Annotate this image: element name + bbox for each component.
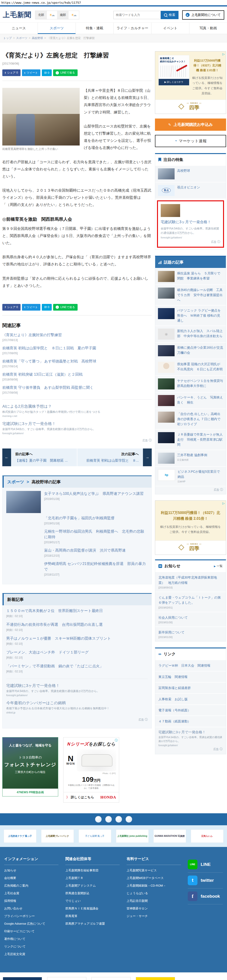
- footer-banner[interactable]: 上毛新聞社 jomo publishing: [116, 829, 149, 843]
- footer-link[interactable]: 上毛社会賞: [4, 891, 58, 896]
- search-button[interactable]: 検索: [161, 11, 179, 19]
- topics-item[interactable]: 碓氷峠の廃線レール切断 工具で５カ所 安中市は被害届提出へ: [155, 285, 226, 305]
- footer-link[interactable]: でりじぇい: [66, 899, 120, 903]
- footer-app-icon[interactable]: [95, 816, 102, 822]
- footer-link[interactable]: 群馬電算: [66, 914, 120, 918]
- footer-link[interactable]: 上毛芸術文化賞: [4, 952, 58, 956]
- footer-banner[interactable]: 子ども新聞 風っ子: [78, 829, 111, 843]
- topics-ad-item[interactable]: hpビジネスPCが最短5営業日で納品日本HP: [155, 466, 226, 485]
- hsb-section-sports-link[interactable]: スポーツ: [7, 480, 24, 484]
- market-report-button[interactable]: ◔マーケット速報: [155, 135, 226, 147]
- list-item[interactable]: 不適切行為の前美祢市長が再選 台湾出張問題の出直し選[時刻 : 02:10]: [6, 622, 148, 632]
- line-share-button[interactable]: LLINEで送る: [53, 304, 77, 310]
- notice-item[interactable]: 北海道地震（平成30年北海道胆振東部地震） 地方紙の情報[2018/09/10]: [155, 572, 226, 592]
- related-item[interactable]: 前橋育英 守り後半勝負 あす山梨学院戦 両監督に聞く[2017/08/08]: [2, 385, 152, 394]
- footer-app-icon[interactable]: [115, 816, 122, 822]
- footer-app-icon[interactable]: [126, 816, 132, 822]
- footer-link[interactable]: 広告掲載のご案内: [4, 884, 58, 888]
- subscribe-button[interactable]: ✎上毛新聞購読お申込み: [155, 119, 226, 131]
- footer-link[interactable]: Google Adsense 広告について: [4, 922, 58, 926]
- footer-link[interactable]: 上毛新聞縮刷版－CD-ROM－: [126, 884, 181, 888]
- footer-ad-banner[interactable]: PRWire: [47, 977, 86, 980]
- topics-item[interactable]: ヤナセがベンツ１台を無償貸与 群馬自動車大学校に: [155, 375, 226, 392]
- list-item[interactable]: １５００ｍで高木美帆が２位 世界距離別スケート最終日[時刻 : 02:10]: [6, 609, 148, 618]
- site-logo[interactable]: 上毛新聞: [3, 10, 31, 20]
- breadcrumb-top[interactable]: トップ: [3, 37, 12, 40]
- footer-banner[interactable]: 上毛読者クラブ 風っ子: [4, 829, 37, 843]
- topics-item[interactable]: ＪＲ吾妻線で作業カートが無人走行 羽根尾－長野原草津口駅間: [155, 429, 226, 450]
- footer-link[interactable]: 群馬県ＮＩＥ推進協議会: [66, 907, 120, 911]
- nav-item-news[interactable]: ニュース: [0, 22, 38, 34]
- line-sns-link[interactable]: LINELINE: [188, 857, 223, 873]
- text-ad[interactable]: AIによる2月急騰株予想は？ 株式投資のプロとAIが協力タッグ！急騰株の早期買い…: [2, 404, 152, 417]
- list-item[interactable]: ブレーメン、大迫はベンチ外 ドイツ１部リーグ[時刻 : 02:10]: [6, 650, 148, 660]
- list-item[interactable]: 富山・高岡商の吉田監督が講演 渋川で県高野連 [2018/12/10]: [44, 548, 148, 557]
- list-item[interactable]: 「北毛初の甲子園を」福田氏が利根商監督 [2019/01/18]: [44, 515, 148, 525]
- facebook-sns-link[interactable]: ffacebook: [188, 888, 223, 904]
- twitter-share-button[interactable]: tツイート: [22, 304, 41, 310]
- footer-link[interactable]: ジュー・サーチ: [126, 914, 181, 918]
- list-item[interactable]: 伊勢崎清明高 センバツ21世紀枠候補推薦を辞退 部員の暴力で [2018/11/…: [44, 561, 148, 576]
- breadcrumb-sports[interactable]: スポーツ: [16, 37, 27, 40]
- text-ad[interactable]: 宅建試験に3ヶ月で一発合格！ 全国平均4.54倍の、すごい合格率。受講生絶賛の通…: [2, 421, 152, 435]
- link-item[interactable]: 電子速報（号外紙面）: [155, 705, 226, 716]
- footer-link[interactable]: 印刷サービスについて: [4, 929, 58, 934]
- nav-item-feature[interactable]: 特集・連載: [75, 22, 114, 34]
- topics-ad-item[interactable]: 三井不動産 協創事例日立製作所: [155, 450, 226, 466]
- link-item[interactable]: 富岡製糸場と絹遺産群: [155, 682, 226, 693]
- footer-link[interactable]: 群馬連合新聞折込: [66, 891, 120, 896]
- nav-item-sports[interactable]: スポーツ: [38, 22, 75, 34]
- footer-link[interactable]: じょうもばいる: [126, 891, 181, 896]
- list-item[interactable]: 元桐生一野球部の福田治男氏 利根商監督へ 北毛勢の悲願に期待 [2019/01/…: [44, 529, 148, 544]
- line-share-button[interactable]: LLINEで送る: [53, 69, 77, 76]
- toyota-banner-ad[interactable]: 人と森をつなげ、地域を守る トヨタ自動車の フォレストチャレンジ 三重県大台町か…: [2, 737, 58, 797]
- next-arrow-icon[interactable]: →: [143, 449, 152, 466]
- footer-link[interactable]: 上毛記念日新聞: [126, 899, 181, 903]
- footer-link[interactable]: 上毛新聞厚生福祉事業団: [66, 869, 120, 873]
- shiki-ad-2[interactable]: ▷ 利益117万5000円獲得！（6327）北川精機 株価 2.01倍！ 稼げる…: [155, 500, 226, 555]
- text-ad[interactable]: 宅建試験に3ヶ月で一発合格！ 全国平均4.54倍の、すごい合格率。受講生絶賛の通…: [155, 727, 226, 754]
- text-ad[interactable]: 宅建試験に3ヶ月で一発合格！ 全国平均4.54倍の、すごい合格率。受講生絶賛の通…: [6, 683, 148, 697]
- footer-ad-banner[interactable]: はちさら: [136, 977, 175, 980]
- notice-item[interactable]: 社会人採用について[2019/01/30]: [155, 612, 226, 627]
- adchoices-icon[interactable]: ▷: [222, 52, 225, 56]
- adchoices-icon[interactable]: ▷: [222, 501, 225, 505]
- featured-item[interactable]: 高校野球: [155, 165, 226, 182]
- hatena-share-button[interactable]: B! 0: [42, 304, 52, 310]
- footer-link[interactable]: 会社概要: [4, 876, 58, 880]
- prev-article-link[interactable]: 前の記事へ 【速報】夏の甲子園 開幕順延 ...: [11, 449, 77, 466]
- link-item[interactable]: ４７動画（紙面連動）: [155, 716, 226, 727]
- twitter-sns-link[interactable]: ttwitter: [188, 873, 223, 888]
- footer-link[interactable]: 採用情報: [4, 899, 58, 903]
- topics-item[interactable]: パナソニック ラグビー拠点を熊谷へ Ｗ杯終了後 移転の見通し: [155, 305, 226, 326]
- about-company-button[interactable]: ▶上毛新聞社について: [182, 10, 224, 20]
- search-input[interactable]: [114, 11, 161, 19]
- notice-item[interactable]: 新卒採用について[2019/01/30]: [155, 627, 226, 641]
- footer-ad-banner[interactable]: またかんナビ: [91, 977, 131, 980]
- footer-link[interactable]: お知らせ: [4, 869, 58, 873]
- footer-link[interactable]: 上毛新聞写真サービス: [126, 869, 181, 873]
- prev-arrow-icon[interactable]: ←: [2, 449, 11, 466]
- footer-app-icon[interactable]: [105, 816, 112, 822]
- nav-item-life[interactable]: ライフ・カルチャー: [114, 22, 151, 34]
- topics-item[interactable]: 「自分の色 出したい」高崎出身の沙夜香さん ７日に都内で初ソロライブ: [155, 409, 226, 429]
- related-item[interactable]: 前橋育英 初戦突破 13日に近江（滋賀）と２回戦[2018/08/08]: [2, 372, 152, 381]
- footer-link[interactable]: 群馬県アマチュアゴルフ連盟: [66, 922, 120, 926]
- topics-item[interactable]: 前橋に拠点持つ企業16社が交流 刀禰の会: [155, 342, 226, 359]
- list-item[interactable]: 女子マネら100人発声法など学ぶ 県高野連アナウンス講習 [2019/01/28…: [44, 491, 144, 509]
- notice-item[interactable]: ぐんま愛・ウェブコラム「Ｉトーク」の第６弾をアップしました。[2019/02/0…: [155, 592, 226, 612]
- topics-item[interactable]: ◉新戦力３人が加入 スバル陸上部 中央中等出身の清水歓太ら: [155, 326, 226, 342]
- ad-label[interactable]: 広告 ⓘ: [2, 438, 152, 442]
- topics-item[interactable]: 桐生温泉 湯らら ５月限りで閉館 事業継承を希望: [155, 268, 226, 285]
- shiki-ad-1[interactable]: ▷ 急落相場こそ絶好の仕込みチャンス！ ▶ 詳しくはコチラ 利益117万5000…: [155, 51, 226, 114]
- adchoices-icon[interactable]: ⓘ: [115, 738, 118, 743]
- footer-link[interactable]: 雷神囲碁サロン: [126, 907, 181, 911]
- nav-item-photo[interactable]: 写真・動画: [189, 22, 227, 34]
- red-border-ad[interactable]: 宅建試験に3ヶ月で一発合格！ 全国平均4.54倍の、すごい合格率。受講生絶賛の通…: [157, 200, 224, 248]
- footer-link[interactable]: お問い合わせ: [4, 907, 58, 911]
- link-item[interactable]: 人事検索 お試し版: [155, 694, 226, 705]
- text-ad[interactable]: 今年最初のテンバガーはこの銘柄 長期下落が予想される日本株式市場で今後大化けが期…: [6, 700, 148, 714]
- footer-link[interactable]: プライバシーポリシー: [4, 914, 58, 918]
- article-thumbnail[interactable]: [6, 491, 41, 513]
- related-item[interactable]: 前橋育英 初戦は山梨学院と ８日に１回戦 夏の甲子園[2017/08/05]: [2, 346, 152, 355]
